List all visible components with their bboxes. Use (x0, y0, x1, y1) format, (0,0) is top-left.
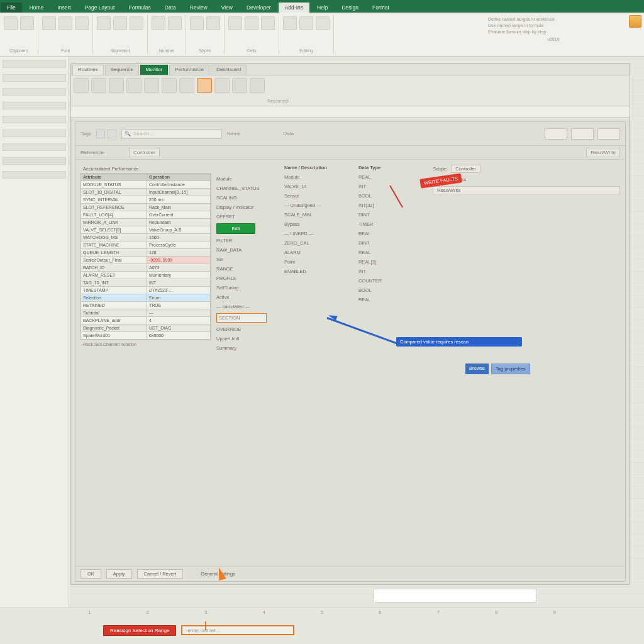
table-row[interactable]: ScaledOutput_Final-9999..9999 (81, 256, 211, 264)
insert-icon[interactable] (228, 16, 242, 30)
subheader-access[interactable]: Read/Write (586, 148, 620, 157)
table-row[interactable]: ALARM_RESETMomentary (81, 271, 211, 279)
tag-properties-button[interactable]: Tag properties (491, 364, 530, 374)
table-row[interactable]: STATE_MACHINEProcessCycle (81, 241, 211, 248)
table-row[interactable]: SLOT_10_DIGITALInputChannel[0..15] (81, 188, 211, 196)
format-icon[interactable] (261, 16, 275, 30)
compare-icon[interactable] (126, 78, 142, 93)
apply-button[interactable]: Apply (106, 569, 132, 579)
cond-format-icon[interactable] (190, 16, 204, 30)
sort-icon[interactable] (299, 16, 313, 30)
ribbon-tab-10[interactable]: Design (335, 3, 364, 13)
preview-pane (374, 589, 537, 602)
table-row[interactable]: BATCH_IDA073 (81, 264, 211, 271)
inner-tab-2[interactable]: Monitor (140, 65, 169, 75)
cut-icon[interactable] (20, 16, 34, 30)
ribbon-tab-2[interactable]: Page Layout (79, 3, 121, 13)
table-icon[interactable] (206, 16, 220, 30)
addin-launch-icon[interactable] (629, 15, 641, 28)
dialog-restore-button[interactable] (571, 128, 594, 140)
table-row[interactable]: SpareWord010x0000 (81, 331, 211, 339)
browse-button[interactable]: Browse (465, 364, 489, 374)
ribbon-tab-file[interactable]: File (1, 3, 22, 13)
sort-asc-icon[interactable] (162, 78, 177, 93)
export-icon[interactable] (232, 78, 247, 93)
table-row[interactable]: SYNC_INTERVAL250 ms (81, 196, 211, 203)
paste-icon[interactable] (4, 16, 18, 30)
inner-tab-0[interactable]: Routines (72, 65, 104, 75)
table-row[interactable]: Subtotal— (81, 309, 211, 316)
filter-icon[interactable] (179, 78, 194, 93)
align-center-icon[interactable] (113, 16, 127, 30)
table-row[interactable]: BACKPLANE_addr4 (81, 316, 211, 324)
ribbon-group-styles: Styles (189, 15, 225, 54)
chart-icon[interactable] (144, 78, 159, 93)
percent-icon[interactable] (152, 16, 165, 30)
table-row[interactable]: MODULE_STATUSControllerInstance (81, 180, 211, 188)
ribbon-tab-11[interactable]: Format (366, 3, 396, 13)
highlighted-field[interactable]: SECTION (216, 313, 267, 323)
table-row[interactable]: VALVE_SELECT[6]ValveGroup_A.B (81, 226, 211, 233)
ribbon-toolbar: Clipboard Font Alignment Number Styles (0, 13, 644, 57)
table-row[interactable]: TAG_10_INTINT (81, 279, 211, 286)
find-icon[interactable] (316, 16, 330, 30)
font-icon[interactable] (42, 16, 56, 30)
ok-button[interactable]: OK (80, 569, 101, 579)
inner-tab-4[interactable]: Dashboard (211, 65, 247, 75)
scope-value[interactable]: Controller (451, 165, 480, 173)
table-row[interactable]: QUEUE_LENGTH128 (81, 248, 211, 256)
ribbon-group-number: Number (150, 15, 186, 54)
inner-tab-1[interactable]: Sequence (105, 65, 139, 75)
ribbon-tab-7[interactable]: Developer (240, 3, 277, 13)
search-icon: 🔍 (125, 131, 131, 136)
ribbon-tab-9[interactable]: Help (311, 3, 334, 13)
table-row[interactable]: Diagnostic_PacketUDT_DIAG (81, 324, 211, 331)
comma-icon[interactable] (168, 16, 182, 30)
ribbon-tab-1[interactable]: Insert (51, 3, 77, 13)
table-header-attr[interactable]: Attribute (81, 174, 147, 180)
download-icon[interactable] (109, 78, 124, 93)
left-table[interactable]: Attribute Operation MODULE_STATUSControl… (80, 173, 211, 340)
reconnect-icon[interactable] (74, 78, 89, 93)
ribbon-tab-5[interactable]: Review (184, 3, 214, 13)
cancel-button[interactable]: Cancel / Revert (137, 569, 184, 579)
align-left-icon[interactable] (97, 16, 111, 30)
delete-icon[interactable] (245, 16, 258, 30)
cell-ref-input[interactable]: enter cell ref… (181, 625, 294, 635)
fill-color-icon[interactable] (75, 16, 89, 30)
autosum-icon[interactable] (283, 16, 297, 30)
settings-icon[interactable] (250, 78, 265, 93)
tree-view-icon[interactable] (108, 130, 116, 138)
search-input[interactable]: 🔍 Search… (121, 129, 222, 139)
table-row[interactable]: TIMESTAMPDT#2023-… (81, 286, 211, 294)
ribbon-tab-4[interactable]: Data (158, 3, 182, 13)
edit-button[interactable]: Edit (216, 223, 255, 234)
inner-tab-3[interactable]: Performance (169, 65, 209, 75)
warning-icon[interactable] (197, 78, 212, 93)
callout-compare: Compared value requires rescan (396, 337, 522, 347)
refresh-icon[interactable] (214, 78, 230, 93)
table-row[interactable]: MIRROR_A_LINKRedundant (81, 218, 211, 226)
namebox[interactable] (3, 60, 66, 68)
table-row[interactable]: WATCHDOG_MS1500 (81, 233, 211, 241)
table-header-op[interactable]: Operation (147, 174, 211, 180)
bold-icon[interactable] (58, 16, 72, 30)
table-row-selected[interactable]: SelectionEnum (81, 294, 211, 301)
table-row[interactable]: RETAINEDTRUE (81, 301, 211, 309)
wrap-text-icon[interactable] (130, 16, 143, 30)
dialog-min-button[interactable] (545, 128, 567, 140)
ribbon-tab-0[interactable]: Home (23, 3, 50, 13)
dialog-close-button[interactable] (597, 128, 620, 140)
table-row[interactable]: SLOT_REFERENCERack_Main (81, 203, 211, 211)
table-row[interactable]: FAULT_LOG[4]OverCurrent (81, 211, 211, 218)
subheader-scope[interactable]: Controller (129, 148, 160, 157)
ribbon-tab-6[interactable]: View (215, 3, 239, 13)
access-value[interactable]: Read/Write (433, 186, 620, 194)
inner-formula-bar[interactable] (71, 106, 630, 118)
upload-icon[interactable] (91, 78, 106, 93)
subheader-ref-label: Reference (80, 150, 104, 155)
ruler: 1 2 3 4 5 6 7 8 9 (0, 608, 644, 616)
list-view-icon[interactable] (96, 130, 105, 138)
ribbon-tab-8[interactable]: Add-Ins (279, 3, 309, 13)
ribbon-tab-3[interactable]: Formulas (122, 3, 157, 13)
